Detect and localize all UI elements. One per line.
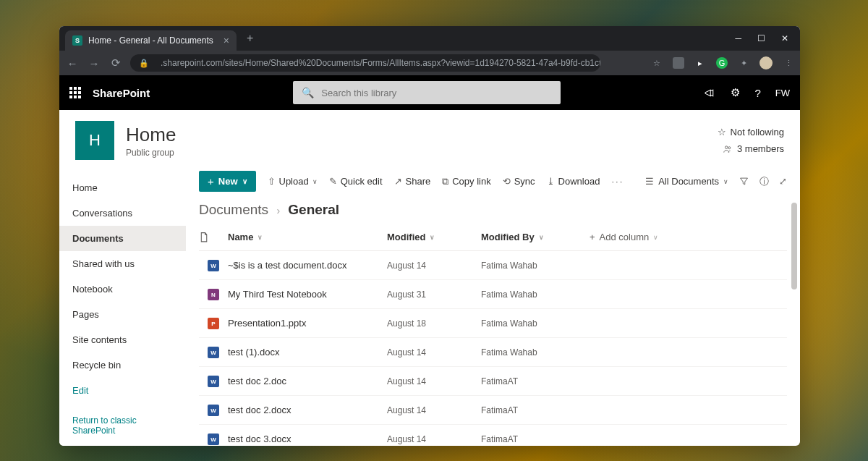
table-row[interactable]: PPresentation1.pptxAugust 18Fatima Wahab [199, 309, 787, 338]
view-selector[interactable]: ☰ All Documents ∨ [645, 176, 728, 187]
info-icon[interactable]: ⓘ [760, 175, 769, 188]
modified-by[interactable]: Fatima Wahab [481, 318, 590, 329]
reload-button[interactable]: ⟳ [109, 56, 123, 69]
star-icon[interactable]: ☆ [651, 57, 663, 69]
sidebar-item-notebook[interactable]: Notebook [59, 276, 186, 302]
back-button[interactable]: ← [65, 57, 80, 69]
search-box[interactable]: 🔍 [293, 81, 561, 104]
help-icon[interactable]: ? [754, 87, 760, 99]
megaphone-icon[interactable] [704, 87, 716, 99]
site-title[interactable]: Home [126, 124, 176, 146]
file-name[interactable]: test doc 3.docx [228, 433, 387, 444]
modified-by[interactable]: FatimaAT [481, 376, 590, 386]
grammarly-icon[interactable]: G [716, 57, 728, 69]
search-input[interactable] [321, 88, 552, 98]
modified-by[interactable]: FatimaAT [481, 405, 590, 415]
file-name[interactable]: ~$is is a test document.docx [228, 260, 387, 271]
document-table: Name ∨ Modified ∨ Modified By ∨ + Add co… [186, 224, 800, 446]
quick-edit-button[interactable]: ✎ Quick edit [329, 176, 383, 187]
file-name[interactable]: test doc 2.docx [228, 405, 387, 415]
sidebar-item-shared[interactable]: Shared with us [59, 251, 186, 276]
column-modified-header[interactable]: Modified ∨ [387, 232, 481, 242]
file-name[interactable]: Presentation1.pptx [228, 318, 387, 329]
modified-by[interactable]: Fatima Wahab [481, 347, 590, 358]
modified-by[interactable]: FatimaAT [481, 434, 590, 444]
share-button[interactable]: ↗ Share [394, 176, 431, 187]
copy-link-button[interactable]: ⧉ Copy link [442, 176, 490, 187]
sync-label: Sync [514, 176, 535, 187]
return-classic-link[interactable]: Return to classic SharePoint [59, 405, 186, 446]
profile-avatar[interactable] [760, 56, 773, 69]
modified-date: August 14 [387, 376, 481, 386]
pencil-icon: ✎ [329, 176, 337, 187]
maximize-button[interactable]: ☐ [757, 33, 765, 43]
sidebar-item-pages[interactable]: Pages [59, 302, 186, 327]
new-tab-button[interactable]: + [247, 32, 253, 45]
svg-point-0 [725, 145, 728, 148]
table-row[interactable]: Wtest doc 3.docxAugust 14FatimaAT [199, 425, 787, 446]
members-button[interactable]: 3 members [723, 143, 784, 154]
vertical-scrollbar[interactable] [791, 203, 799, 446]
scroll-thumb[interactable] [791, 203, 797, 289]
word-file-icon: W [208, 347, 219, 358]
sidebar-edit-link[interactable]: Edit [59, 378, 186, 403]
expand-icon[interactable]: ⤢ [779, 176, 787, 187]
browser-tab[interactable]: S Home - General - All Documents × [65, 30, 237, 51]
sidebar-item-documents[interactable]: Documents [59, 226, 186, 251]
sync-button[interactable]: ⟲ Sync [503, 176, 535, 187]
extension-icon-2[interactable]: ▸ [694, 57, 706, 69]
puzzle-icon[interactable]: ✦ [738, 57, 749, 69]
new-button[interactable]: + New ∨ [199, 171, 256, 192]
table-row[interactable]: Wtest (1).docxAugust 14Fatima Wahab [199, 338, 787, 367]
close-tab-icon[interactable]: × [224, 35, 229, 46]
breadcrumb-root[interactable]: Documents [199, 202, 268, 217]
browser-window: S Home - General - All Documents × + ─ ☐… [59, 26, 800, 446]
modified-date: August 18 [387, 318, 481, 329]
word-file-icon: W [208, 260, 219, 271]
address-bar: ← → ⟳ 🔒 .sharepoint.com/sites/Home/Share… [59, 51, 800, 75]
download-icon: ⤓ [547, 176, 555, 187]
table-row[interactable]: Wtest doc 2.docxAugust 14FatimaAT [199, 396, 787, 425]
column-icon-header[interactable] [199, 232, 228, 243]
more-commands-button[interactable]: ··· [611, 176, 624, 187]
settings-icon[interactable]: ⚙ [731, 86, 740, 99]
minimize-button[interactable]: ─ [735, 33, 741, 43]
chevron-down-icon: ∨ [242, 177, 247, 185]
word-file-icon: W [208, 405, 219, 416]
download-button[interactable]: ⤓ Download [547, 176, 600, 187]
menu-icon[interactable]: ⋮ [783, 57, 794, 69]
filter-icon[interactable] [739, 176, 749, 187]
sidebar-item-conversations[interactable]: Conversations [59, 200, 186, 226]
modified-by[interactable]: Fatima Wahab [481, 261, 590, 271]
table-row[interactable]: W~$is is a test document.docxAugust 14Fa… [199, 251, 787, 280]
user-initials[interactable]: FW [775, 88, 790, 98]
share-label: Share [406, 176, 431, 187]
upload-button[interactable]: ⇧ Upload ∨ [268, 176, 318, 187]
sidebar-item-home[interactable]: Home [59, 175, 186, 200]
add-column-button[interactable]: + Add column ∨ [590, 232, 684, 242]
close-window-button[interactable]: ✕ [781, 33, 788, 43]
sidebar-item-recycle-bin[interactable]: Recycle bin [59, 352, 186, 378]
file-name[interactable]: test (1).docx [228, 347, 387, 358]
url-text: .sharepoint.com/sites/Home/Shared%20Docu… [161, 58, 600, 68]
file-name[interactable]: test doc 2.doc [228, 376, 387, 386]
file-name[interactable]: My Third Test Notebook [228, 289, 387, 300]
column-modified-by-header[interactable]: Modified By ∨ [481, 232, 590, 242]
sidebar-nav: Home Conversations Documents Shared with… [59, 171, 186, 446]
extension-icon-1[interactable] [673, 57, 684, 69]
brand-label[interactable]: SharePoint [93, 87, 150, 99]
forward-button[interactable]: → [87, 57, 101, 69]
table-row[interactable]: Wtest doc 2.docAugust 14FatimaAT [199, 367, 787, 396]
app-launcher-icon[interactable] [69, 87, 81, 98]
modified-by[interactable]: Fatima Wahab [481, 289, 590, 300]
follow-button[interactable]: ☆ Not following [718, 127, 784, 138]
table-row[interactable]: NMy Third Test NotebookAugust 31Fatima W… [199, 280, 787, 309]
breadcrumb: Documents › General [186, 192, 800, 224]
column-name-header[interactable]: Name ∨ [228, 232, 387, 242]
sidebar-item-site-contents[interactable]: Site contents [59, 327, 186, 352]
star-outline-icon: ☆ [718, 127, 726, 138]
list-icon: ☰ [645, 176, 654, 187]
word-file-icon: W [208, 433, 219, 445]
site-logo[interactable]: H [75, 121, 114, 160]
url-input[interactable]: 🔒 .sharepoint.com/sites/Home/Shared%20Do… [130, 54, 600, 72]
